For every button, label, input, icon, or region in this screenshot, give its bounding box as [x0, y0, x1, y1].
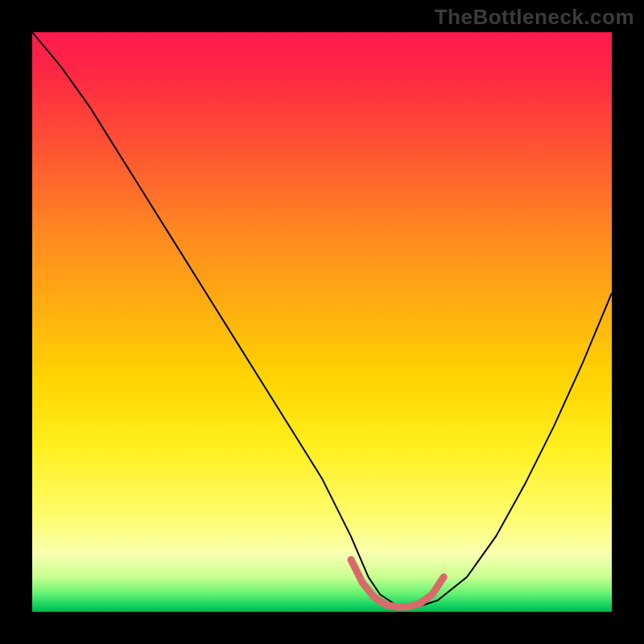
plot-area: [32, 32, 612, 612]
curve-overlay: [32, 32, 612, 612]
bottleneck-curve: [32, 32, 612, 606]
chart-canvas: TheBottleneck.com: [0, 0, 644, 644]
watermark-text: TheBottleneck.com: [435, 5, 634, 30]
optimal-band: [351, 559, 444, 607]
